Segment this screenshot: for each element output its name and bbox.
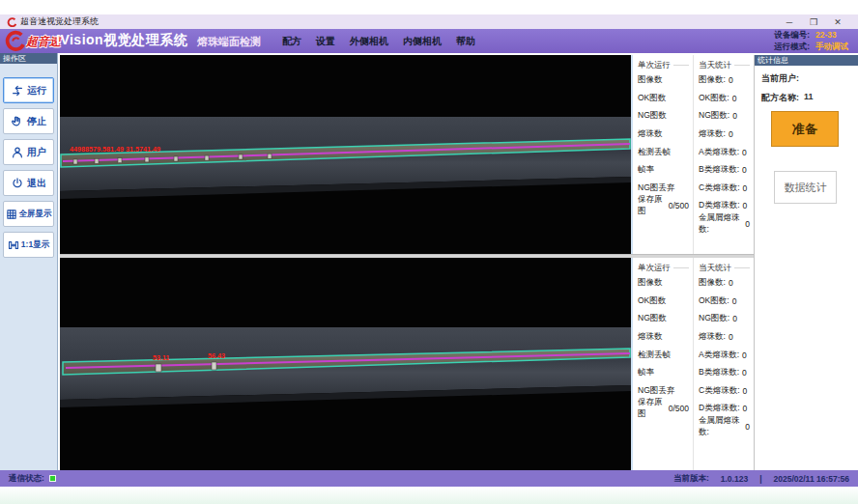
- stat-row: 熔珠数: [638, 126, 689, 144]
- stat-row: 熔珠数: [638, 328, 689, 347]
- stat-row: 图像数:0: [699, 71, 750, 90]
- stat-row: OK图数:0: [699, 293, 750, 311]
- menu-recipe[interactable]: 配方: [282, 35, 301, 48]
- menu-bar: 配方 设置 外侧相机 内侧相机 帮助: [282, 29, 475, 53]
- stat-row: C类熔珠数:0: [699, 382, 750, 401]
- stat-row: 熔珠数:0: [699, 126, 750, 144]
- device-number-value: 22-33: [815, 30, 848, 42]
- camera-image-bottom: 53.11 56.43: [60, 258, 631, 470]
- window-controls: ─ ❒ ✕: [784, 17, 844, 27]
- version-info: 当前版本: 1.0.123 | 2025/02/11 16:57:56: [673, 473, 849, 485]
- run-label: 运行: [27, 84, 46, 98]
- minimize-icon[interactable]: ─: [784, 17, 795, 27]
- measurement-label-1: 53.11: [153, 353, 170, 362]
- stat-row: OK图数: [638, 293, 689, 311]
- stat-row: NG图数:0: [699, 107, 750, 126]
- fullscreen-label: 全屏显示: [19, 209, 52, 220]
- run-icon: [11, 84, 24, 98]
- app-logo-icon: [7, 17, 16, 27]
- recipe-name-label: 配方名称:: [761, 92, 799, 104]
- stat-row: 金属屑熔珠数:0: [699, 418, 750, 436]
- today-column-top: 当天统计 图像数:0 OK图数:0 NG图数:0 熔珠数:0 A类熔珠数:0 B…: [693, 55, 754, 254]
- stat-row: B类熔珠数:0: [699, 161, 750, 180]
- device-info: 设备编号: 22-33 运行模式: 手动调试: [774, 30, 848, 52]
- app-window: 超音速视觉处理系统 ─ ❒ ✕ 超音速 IVision视觉处理系统 熔珠端面检测…: [0, 0, 858, 504]
- stat-row: 图像数: [638, 274, 689, 293]
- stat-row: A类熔珠数:0: [699, 143, 750, 161]
- status-bar: 通信状态: 当前版本: 1.0.123 | 2025/02/11 16:57:5…: [0, 470, 858, 487]
- run-button[interactable]: 运行: [3, 77, 54, 103]
- measurement-label-2: 56.43: [208, 351, 225, 360]
- app-title: IVision视觉处理系统: [56, 32, 187, 49]
- user-button[interactable]: 用户: [3, 139, 54, 165]
- stat-row: 金属屑熔珠数:0: [699, 215, 750, 234]
- measurement-annotation-top: 44988579.581.49 31.5741.49: [70, 145, 160, 154]
- one-to-one-icon: [8, 239, 19, 251]
- stat-row: 检测丢帧: [638, 143, 689, 161]
- menu-help[interactable]: 帮助: [456, 35, 475, 48]
- operation-sidebar: 操作区 运行 停止 用户 退出: [0, 53, 58, 470]
- app-subtitle: 熔珠端面检测: [197, 35, 261, 49]
- data-statistics-button[interactable]: 数据统计: [774, 171, 837, 204]
- stat-row: OK图数: [638, 90, 689, 108]
- statistics-info-panel: 统计信息 当前用户: 配方名称: 11 准备 数据统计: [754, 55, 858, 470]
- fullscreen-grid-icon: [6, 209, 17, 220]
- stop-label: 停止: [27, 115, 46, 128]
- stat-row: OK图数:0: [699, 90, 750, 108]
- today-title: 当天统计: [699, 263, 731, 274]
- menu-settings[interactable]: 设置: [316, 35, 335, 48]
- stats-panel-top: 单次运行 图像数 OK图数 NG图数 熔珠数 检测丢帧 帧率 NG图丢弃 保存原…: [631, 55, 754, 254]
- single-run-title: 单次运行: [638, 60, 671, 71]
- today-title: 当天统计: [699, 60, 731, 71]
- stats-panel-bottom: 单次运行 图像数 OK图数 NG图数 熔珠数 检测丢帧 帧率 NG图丢弃 保存原…: [631, 258, 754, 470]
- version-label: 当前版本:: [673, 473, 709, 485]
- single-run-column-bottom: 单次运行 图像数 OK图数 NG图数 熔珠数 检测丢帧 帧率 NG图丢弃 保存原…: [633, 258, 693, 470]
- status-separator: |: [759, 474, 761, 484]
- comm-status-indicator: [49, 475, 56, 482]
- window-title: 超音速视觉处理系统: [20, 15, 99, 28]
- stat-row: NG图数: [638, 107, 689, 126]
- single-run-column-top: 单次运行 图像数 OK图数 NG图数 熔珠数 检测丢帧 帧率 NG图丢弃 保存原…: [633, 55, 693, 254]
- maximize-icon[interactable]: ❒: [808, 17, 819, 27]
- stat-row: 图像数: [638, 71, 689, 90]
- one-to-one-label: 1:1显示: [21, 239, 49, 251]
- sidebar-title: 操作区: [0, 53, 57, 64]
- desktop-strip: [0, 487, 858, 504]
- run-mode-value: 手动调试: [815, 42, 848, 53]
- current-user-label: 当前用户:: [761, 72, 799, 85]
- stat-row: 帧率: [638, 364, 689, 382]
- comm-status-label: 通信状态:: [9, 473, 44, 485]
- stat-row: B类熔珠数:0: [699, 364, 750, 382]
- close-icon[interactable]: ✕: [832, 17, 844, 27]
- stop-hand-icon: [11, 115, 24, 128]
- exit-label: 退出: [27, 177, 46, 190]
- today-column-bottom: 当天统计 图像数:0 OK图数:0 NG图数:0 熔珠数:0 A类熔珠数:0 B…: [693, 258, 754, 470]
- info-panel-title: 统计信息: [755, 55, 858, 66]
- camera-viewport-top: 44988579.581.49 31.5741.49: [60, 55, 631, 254]
- stat-row: NG图数: [638, 310, 689, 328]
- stat-row: 检测丢帧: [638, 346, 689, 364]
- stop-button[interactable]: 停止: [3, 108, 54, 134]
- recipe-name-value: 11: [804, 92, 814, 104]
- camera-image-top: 44988579.581.49 31.5741.49: [60, 55, 631, 254]
- version-value: 1.0.123: [721, 474, 748, 484]
- stat-row: 帧率: [638, 161, 689, 180]
- brand-swirl-icon: [4, 30, 25, 52]
- one-to-one-button[interactable]: 1:1显示: [3, 232, 54, 258]
- stat-row: C类熔珠数:0: [699, 180, 750, 198]
- device-number-label: 设备编号:: [774, 30, 810, 42]
- menu-outer-camera[interactable]: 外侧相机: [350, 35, 388, 48]
- status-datetime: 2025/02/11 16:57:56: [774, 474, 849, 484]
- app-header: 超音速 IVision视觉处理系统 熔珠端面检测 配方 设置 外侧相机 内侧相机…: [0, 29, 858, 53]
- power-icon: [11, 177, 24, 190]
- user-label: 用户: [27, 146, 46, 159]
- stat-row: 保存原图0/500: [638, 400, 689, 418]
- camera-viewport-bottom: 53.11 56.43: [60, 258, 631, 470]
- exit-button[interactable]: 退出: [3, 170, 54, 196]
- fullscreen-button[interactable]: 全屏显示: [3, 201, 54, 227]
- titlebar: 超音速视觉处理系统 ─ ❒ ✕: [0, 14, 858, 29]
- user-icon: [11, 146, 24, 159]
- prepare-button[interactable]: 准备: [771, 111, 839, 147]
- stat-row: A类熔珠数:0: [699, 346, 750, 364]
- menu-inner-camera[interactable]: 内侧相机: [403, 35, 442, 48]
